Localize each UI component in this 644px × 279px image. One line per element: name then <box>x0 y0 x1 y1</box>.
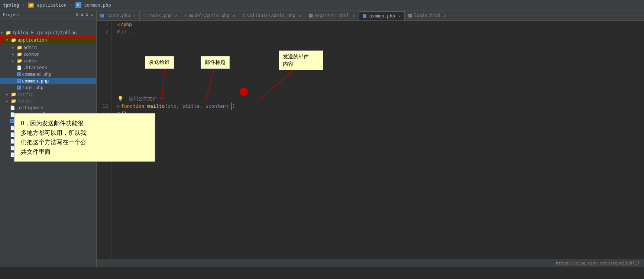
php-icon-titlebar: P <box>75 2 81 8</box>
comment-public-file: 应用公共文件 <box>126 95 158 103</box>
sidebar-title: Project <box>3 12 20 17</box>
tab-close-register[interactable]: × <box>353 14 355 18</box>
tree-gitignore-label: .gitignore <box>16 105 43 110</box>
tree-common-php-label: common.php <box>22 78 49 84</box>
folder-icon-application: 📁 <box>11 38 16 43</box>
sidebar-btn-settings[interactable]: ⚙ <box>86 12 88 17</box>
tree-common-php[interactable]: 🅿 common.php <box>0 78 96 84</box>
tree-application-label: application <box>17 38 47 43</box>
tab-close-validate[interactable]: × <box>299 14 301 18</box>
file-icon-gitignore: 📄 <box>10 106 15 110</box>
chevron-vendor: ▶ <box>6 99 10 103</box>
editor-area: 🅿 route.php × C Index.php × C model\Admi… <box>97 10 644 267</box>
tab-common-php[interactable]: 🅿 common.php × <box>359 11 405 20</box>
space1 <box>144 103 147 110</box>
code-line-1: <?php <box>117 21 638 28</box>
line-num-2: 2 <box>100 28 108 36</box>
tab-login-html[interactable]: 🅷 login.html × <box>405 11 450 20</box>
file-icon-tags: 🅿 <box>17 85 21 90</box>
chevron-admin: ▶ <box>12 46 16 49</box>
tab-route-php[interactable]: 🅿 route.php × <box>97 11 140 20</box>
code-area[interactable]: <?php ⊞ //... 💡 应用公共文件 ⊟ function mailto <box>111 21 644 259</box>
file-icon-common-php: 🅿 <box>17 79 21 84</box>
function-mailto: mailto <box>147 103 165 110</box>
param-content: $content <box>206 103 229 110</box>
status-bar: https://blog.csdn.net/steve1988717 <box>97 259 644 267</box>
tab-icon-common: 🅿 <box>363 14 366 18</box>
code-line-13: ⊟ function mailto ( $to , $title , $cont… <box>117 103 638 110</box>
folder-icon-common: 📁 <box>17 52 22 57</box>
file-icon-htaccess: 📄 <box>17 65 22 70</box>
folder-icon-admin: 📁 <box>17 45 22 50</box>
tree-root[interactable]: ▼ 📁 tpblog E:/project/tpblog <box>0 29 96 36</box>
breadcrumb-sep1: › <box>22 2 25 8</box>
folder-icon-root: 📁 <box>6 30 11 35</box>
tab-icon-register: 🅷 <box>309 14 313 18</box>
paren-close: ) <box>232 103 235 110</box>
tab-index-php[interactable]: C Index.php × <box>140 11 181 20</box>
sidebar-header: Project ⊕ ≡ ⚙ ↕ <box>0 10 96 19</box>
tree-gitignore[interactable]: 📄 .gitignore <box>0 104 96 111</box>
paren-open: ( <box>165 103 168 110</box>
tree-root-label: tpblog E:/project/tpblog <box>12 30 77 35</box>
folder-icon-config: 📁 <box>11 92 16 97</box>
chevron-index: ▶ <box>12 59 16 63</box>
tree-command-label: command.php <box>22 72 51 77</box>
tab-model-admin[interactable]: C model\Admin.php × <box>181 11 239 20</box>
breadcrumb-application: application <box>37 3 66 8</box>
tab-label-validate: validate\Admin.php <box>247 13 295 18</box>
tab-close-model[interactable]: × <box>233 14 235 18</box>
chevron-config: ▶ <box>6 93 10 96</box>
param-title: $title <box>182 103 200 110</box>
comment-dots: //... <box>121 28 136 36</box>
folder-icon-index: 📁 <box>17 58 22 64</box>
editor-content: 1 2 11 12 13 14 15 <?php ⊞ //... � <box>97 21 644 259</box>
tree-common-label: common <box>23 52 39 57</box>
folder-icon-vendor: 📁 <box>11 98 16 104</box>
sidebar: Project ⊕ ≡ ⚙ ↕ ▼ 📁 tpblog E:/project/tp… <box>0 10 97 267</box>
editor-tabs: 🅿 route.php × C Index.php × C model\Admi… <box>97 10 644 21</box>
tree-vendor-label: vendor <box>17 98 33 104</box>
main-layout: Project ⊕ ≡ ⚙ ↕ ▼ 📁 tpblog E:/project/tp… <box>0 10 644 267</box>
tree-tags-php[interactable]: 🅿 tags.php <box>0 84 96 91</box>
tab-icon-route: 🅿 <box>100 14 104 18</box>
tab-close-route[interactable]: × <box>133 14 136 18</box>
sidebar-btn-filter[interactable]: ≡ <box>81 12 83 17</box>
chevron-application: ▼ <box>6 38 10 42</box>
tree-vendor[interactable]: ▶ 📁 vendor <box>0 98 96 104</box>
tree-htaccess[interactable]: 📄 .htaccess <box>0 64 96 71</box>
tree-config-label: config <box>17 92 33 97</box>
sidebar-btn-sync[interactable]: ⊕ <box>76 12 78 17</box>
tree-common[interactable]: ▶ 📁 common <box>0 51 96 58</box>
keyword-function: function <box>121 103 145 110</box>
empty-lines-gap <box>117 36 638 95</box>
bulb-icon: 💡 <box>117 95 123 103</box>
tree-admin[interactable]: ▶ 📁 admin <box>0 44 96 51</box>
code-line-15 <box>117 117 638 125</box>
left-annotation-text: 0，因为发送邮件功能很多地方都可以用，所以我们把这个方法写在一个公共文件里面 <box>21 120 86 155</box>
line-num-3: 11 <box>100 95 108 103</box>
tree-command-php[interactable]: 🅿 command.php <box>0 71 96 78</box>
tab-register-html[interactable]: 🅷 register.html × <box>305 11 359 20</box>
code-line-2: ⊞ //... <box>117 28 638 36</box>
param-to: $to <box>168 103 176 110</box>
tab-close-common[interactable]: × <box>398 14 401 18</box>
tree-application[interactable]: ▼ 📁 application <box>0 36 96 44</box>
tree-config[interactable]: ▶ 📁 config <box>0 91 96 98</box>
sidebar-tabs-strip <box>0 19 96 29</box>
sidebar-btn-collapse[interactable]: ↕ <box>91 12 93 17</box>
code-line-12: 💡 应用公共文件 <box>117 95 638 103</box>
tab-close-login[interactable]: × <box>444 14 446 18</box>
line-num-4: 12 <box>100 103 108 110</box>
line-num-1: 1 <box>100 21 108 28</box>
breadcrumb-sep2: › <box>69 2 72 8</box>
left-annotation-box: 0，因为发送邮件功能很多地方都可以用，所以我们把这个方法写在一个公共文件里面 <box>14 113 97 162</box>
tab-validate-admin[interactable]: C validate\Admin.php × <box>239 11 305 20</box>
file-icon-build: 🅿 <box>10 119 14 124</box>
title-bar: tpblog › 📁 application › P common.php <box>0 0 644 10</box>
tree-index[interactable]: ▶ 📁 index <box>0 58 96 64</box>
tab-close-index[interactable]: × <box>175 14 177 18</box>
folder-icon-application: 📁 <box>28 3 34 8</box>
tree-htaccess-label: .htaccess <box>23 65 47 70</box>
tab-label-route: route.php <box>106 13 130 18</box>
